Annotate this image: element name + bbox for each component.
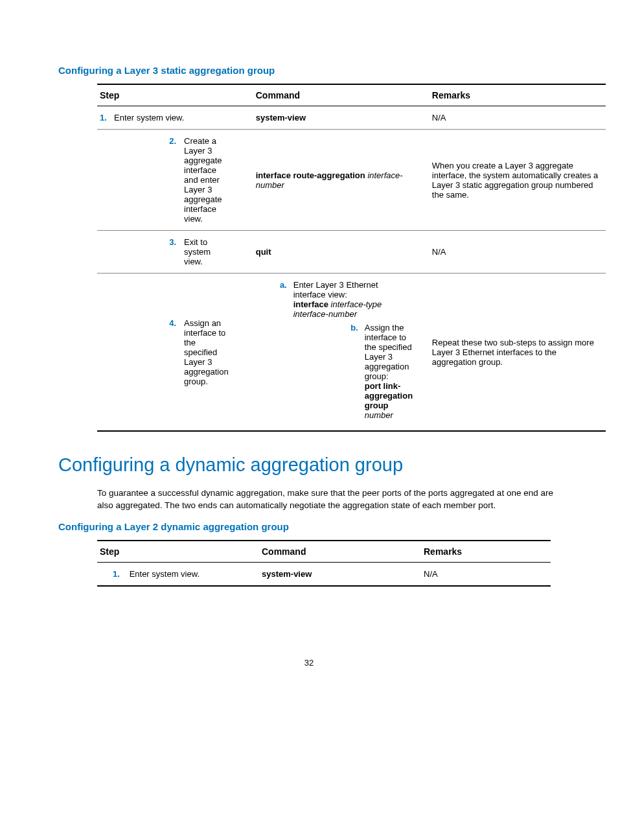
table-row: 1. Enter system view. system-view N/A bbox=[97, 562, 551, 586]
page-number: 32 bbox=[58, 658, 560, 668]
header-remarks: Remarks bbox=[421, 541, 551, 563]
sub-step-a: a. Enter Layer 3 Ethernet interface view… bbox=[256, 280, 427, 319]
sub-step-b: b. Assign the interface to the specified… bbox=[256, 323, 427, 420]
table-row: 2. Create a Layer 3 aggregate interface … bbox=[97, 130, 606, 231]
table-row: 3. Exit to system view. quit N/A bbox=[97, 231, 606, 274]
step-number: 2. bbox=[162, 136, 176, 146]
remarks-cell: N/A bbox=[429, 106, 606, 130]
remarks-cell: Repeat these two sub-steps to assign mor… bbox=[429, 274, 606, 432]
section-subtitle: Configuring a Layer 3 static aggregation… bbox=[58, 65, 560, 76]
sub-text: Enter Layer 3 Ethernet interface view: bbox=[293, 280, 378, 299]
sub-text: Assign the interface to the specified La… bbox=[365, 323, 412, 381]
config-table-l2-dynamic: Step Command Remarks 1. Enter system vie… bbox=[97, 540, 551, 587]
sub-letter: a. bbox=[256, 280, 293, 319]
step-number: 3. bbox=[162, 237, 176, 247]
header-step: Step bbox=[97, 541, 259, 563]
sub-bold: interface bbox=[293, 299, 328, 309]
step-text: Exit to system view. bbox=[184, 237, 231, 266]
step-number: 1. bbox=[113, 569, 127, 579]
table-header-row: Step Command Remarks bbox=[97, 541, 551, 563]
step-number: 1. bbox=[100, 113, 114, 122]
header-command: Command bbox=[259, 541, 421, 563]
step-cell: 2. Create a Layer 3 aggregate interface … bbox=[97, 130, 253, 231]
remarks-cell: N/A bbox=[421, 562, 551, 586]
command-cell: a. Enter Layer 3 Ethernet interface view… bbox=[253, 274, 429, 432]
header-command: Command bbox=[253, 84, 429, 106]
step-cell: 1. Enter system view. bbox=[97, 106, 253, 130]
table-row: 4. Assign an interface to the specified … bbox=[97, 274, 606, 432]
command-cell: system-view bbox=[253, 106, 429, 130]
sub-bold: port link-aggregation group bbox=[365, 381, 413, 410]
config-table-l3-static: Step Command Remarks 1. Enter system vie… bbox=[97, 84, 606, 432]
remarks-cell: When you create a Layer 3 aggregate inte… bbox=[429, 130, 606, 231]
table-row: 1. Enter system view. system-view N/A bbox=[97, 106, 606, 130]
sub-italic: number bbox=[365, 410, 393, 420]
step-text: Enter system view. bbox=[114, 113, 184, 122]
section-subtitle: Configuring a Layer 2 dynamic aggregatio… bbox=[58, 521, 560, 532]
intro-paragraph: To guarantee a successful dynamic aggreg… bbox=[97, 487, 560, 512]
command-cell: quit bbox=[253, 231, 429, 274]
heading-dynamic-aggregation: Configuring a dynamic aggregation group bbox=[58, 454, 560, 476]
command-cell: system-view bbox=[259, 562, 421, 586]
header-step: Step bbox=[97, 84, 253, 106]
header-remarks: Remarks bbox=[429, 84, 606, 106]
remarks-cell: N/A bbox=[429, 231, 606, 274]
sub-letter: b. bbox=[256, 323, 365, 420]
step-cell: 3. Exit to system view. bbox=[97, 231, 253, 274]
table-header-row: Step Command Remarks bbox=[97, 84, 606, 106]
step-text: Assign an interface to the specified Lay… bbox=[184, 318, 231, 386]
step-number: 4. bbox=[162, 318, 176, 328]
step-cell: 4. Assign an interface to the specified … bbox=[97, 274, 253, 432]
step-text: Enter system view. bbox=[130, 569, 200, 579]
command-cell: interface route-aggregation interface-nu… bbox=[253, 130, 429, 231]
step-cell: 1. Enter system view. bbox=[97, 562, 259, 586]
step-text: Create a Layer 3 aggregate interface and… bbox=[184, 136, 231, 224]
command-bold: interface route-aggregation bbox=[256, 170, 365, 180]
